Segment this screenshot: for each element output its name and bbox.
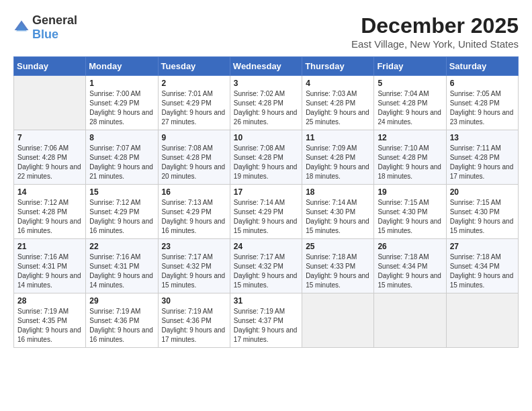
day-number: 1 [89, 79, 154, 88]
calendar-week-row: 7Sunrise: 7:06 AMSunset: 4:28 PMDaylight… [14, 130, 519, 185]
day-info: Sunrise: 7:19 AMSunset: 4:35 PMDaylight:… [17, 307, 82, 345]
day-number: 2 [162, 79, 226, 88]
calendar-cell: 13Sunrise: 7:11 AMSunset: 4:28 PMDayligh… [446, 130, 518, 185]
logo-blue: Blue [32, 28, 58, 41]
calendar-cell: 8Sunrise: 7:07 AMSunset: 4:28 PMDaylight… [86, 130, 158, 185]
header-sunday: Sunday [14, 57, 86, 76]
calendar-cell [302, 293, 374, 348]
calendar-cell: 16Sunrise: 7:13 AMSunset: 4:29 PMDayligh… [158, 185, 230, 239]
day-info: Sunrise: 7:05 AMSunset: 4:28 PMDaylight:… [450, 89, 515, 127]
title-area: December 2025 East Village, New York, Un… [351, 13, 519, 50]
calendar-cell [446, 293, 518, 348]
day-info: Sunrise: 7:16 AMSunset: 4:31 PMDaylight:… [17, 253, 82, 290]
calendar-cell: 9Sunrise: 7:08 AMSunset: 4:28 PMDaylight… [158, 130, 230, 185]
calendar-header-row: SundayMondayTuesdayWednesdayThursdayFrid… [14, 57, 519, 76]
calendar-cell: 29Sunrise: 7:19 AMSunset: 4:36 PMDayligh… [86, 293, 158, 348]
day-number: 16 [162, 187, 226, 197]
calendar-cell: 2Sunrise: 7:01 AMSunset: 4:29 PMDaylight… [158, 76, 230, 130]
calendar-cell: 24Sunrise: 7:17 AMSunset: 4:32 PMDayligh… [230, 239, 302, 293]
calendar-cell: 22Sunrise: 7:16 AMSunset: 4:31 PMDayligh… [86, 239, 158, 293]
day-info: Sunrise: 7:18 AMSunset: 4:33 PMDaylight:… [306, 253, 370, 290]
day-info: Sunrise: 7:14 AMSunset: 4:29 PMDaylight:… [234, 198, 298, 236]
day-info: Sunrise: 7:12 AMSunset: 4:29 PMDaylight:… [89, 198, 154, 236]
day-info: Sunrise: 7:09 AMSunset: 4:28 PMDaylight:… [306, 144, 370, 181]
day-number: 22 [89, 242, 154, 251]
calendar-cell: 7Sunrise: 7:06 AMSunset: 4:28 PMDaylight… [14, 130, 86, 185]
calendar-week-row: 1Sunrise: 7:00 AMSunset: 4:29 PMDaylight… [14, 76, 519, 130]
calendar-cell: 26Sunrise: 7:18 AMSunset: 4:34 PMDayligh… [374, 239, 446, 293]
calendar-cell: 28Sunrise: 7:19 AMSunset: 4:35 PMDayligh… [14, 293, 86, 348]
calendar-cell [374, 293, 446, 348]
day-number: 19 [378, 187, 442, 197]
day-number: 11 [306, 133, 370, 142]
day-number: 17 [234, 187, 298, 197]
day-number: 23 [162, 242, 226, 251]
calendar-cell: 12Sunrise: 7:10 AMSunset: 4:28 PMDayligh… [374, 130, 446, 185]
calendar-cell: 14Sunrise: 7:12 AMSunset: 4:28 PMDayligh… [14, 185, 86, 239]
day-info: Sunrise: 7:18 AMSunset: 4:34 PMDaylight:… [378, 253, 442, 290]
day-info: Sunrise: 7:00 AMSunset: 4:29 PMDaylight:… [89, 89, 154, 127]
day-info: Sunrise: 7:06 AMSunset: 4:28 PMDaylight:… [17, 144, 82, 181]
day-info: Sunrise: 7:02 AMSunset: 4:28 PMDaylight:… [234, 89, 298, 127]
day-number: 21 [17, 242, 82, 251]
day-number: 26 [378, 242, 442, 251]
calendar-cell: 17Sunrise: 7:14 AMSunset: 4:29 PMDayligh… [230, 185, 302, 239]
header-tuesday: Tuesday [158, 57, 230, 76]
day-number: 9 [162, 133, 226, 142]
calendar-cell: 6Sunrise: 7:05 AMSunset: 4:28 PMDaylight… [446, 76, 518, 130]
day-number: 30 [162, 296, 226, 306]
calendar-cell: 5Sunrise: 7:04 AMSunset: 4:28 PMDaylight… [374, 76, 446, 130]
calendar-cell: 10Sunrise: 7:08 AMSunset: 4:28 PMDayligh… [230, 130, 302, 185]
day-info: Sunrise: 7:14 AMSunset: 4:30 PMDaylight:… [306, 198, 370, 236]
day-info: Sunrise: 7:07 AMSunset: 4:28 PMDaylight:… [89, 144, 154, 181]
calendar-cell: 1Sunrise: 7:00 AMSunset: 4:29 PMDaylight… [86, 76, 158, 130]
day-info: Sunrise: 7:17 AMSunset: 4:32 PMDaylight:… [234, 253, 298, 290]
calendar-cell: 25Sunrise: 7:18 AMSunset: 4:33 PMDayligh… [302, 239, 374, 293]
day-number: 20 [450, 187, 515, 197]
day-number: 18 [306, 187, 370, 197]
day-number: 7 [17, 133, 82, 142]
day-number: 14 [17, 187, 82, 197]
day-number: 10 [234, 133, 298, 142]
day-number: 12 [378, 133, 442, 142]
logo: General Blue [13, 13, 77, 42]
calendar-cell: 30Sunrise: 7:19 AMSunset: 4:36 PMDayligh… [158, 293, 230, 348]
month-title: December 2025 [351, 13, 519, 38]
day-number: 31 [234, 296, 298, 306]
day-info: Sunrise: 7:01 AMSunset: 4:29 PMDaylight:… [162, 89, 226, 127]
day-info: Sunrise: 7:12 AMSunset: 4:28 PMDaylight:… [17, 198, 82, 236]
calendar-cell: 15Sunrise: 7:12 AMSunset: 4:29 PMDayligh… [86, 185, 158, 239]
day-info: Sunrise: 7:11 AMSunset: 4:28 PMDaylight:… [450, 144, 515, 181]
calendar-cell [14, 76, 86, 130]
calendar-cell: 21Sunrise: 7:16 AMSunset: 4:31 PMDayligh… [14, 239, 86, 293]
day-info: Sunrise: 7:16 AMSunset: 4:31 PMDaylight:… [89, 253, 154, 290]
day-number: 28 [17, 296, 82, 306]
day-number: 5 [378, 79, 442, 88]
calendar-week-row: 21Sunrise: 7:16 AMSunset: 4:31 PMDayligh… [14, 239, 519, 293]
calendar-cell: 11Sunrise: 7:09 AMSunset: 4:28 PMDayligh… [302, 130, 374, 185]
calendar-cell: 18Sunrise: 7:14 AMSunset: 4:30 PMDayligh… [302, 185, 374, 239]
calendar-cell: 20Sunrise: 7:15 AMSunset: 4:30 PMDayligh… [446, 185, 518, 239]
day-info: Sunrise: 7:08 AMSunset: 4:28 PMDaylight:… [234, 144, 298, 181]
calendar-cell: 27Sunrise: 7:18 AMSunset: 4:34 PMDayligh… [446, 239, 518, 293]
day-info: Sunrise: 7:08 AMSunset: 4:28 PMDaylight:… [162, 144, 226, 181]
calendar-cell: 23Sunrise: 7:17 AMSunset: 4:32 PMDayligh… [158, 239, 230, 293]
header-wednesday: Wednesday [230, 57, 302, 76]
day-info: Sunrise: 7:19 AMSunset: 4:36 PMDaylight:… [162, 307, 226, 345]
calendar-cell: 19Sunrise: 7:15 AMSunset: 4:30 PMDayligh… [374, 185, 446, 239]
day-number: 4 [306, 79, 370, 88]
day-number: 13 [450, 133, 515, 142]
day-info: Sunrise: 7:19 AMSunset: 4:36 PMDaylight:… [89, 307, 154, 345]
day-info: Sunrise: 7:10 AMSunset: 4:28 PMDaylight:… [378, 144, 442, 181]
calendar-week-row: 28Sunrise: 7:19 AMSunset: 4:35 PMDayligh… [14, 293, 519, 348]
header-friday: Friday [374, 57, 446, 76]
day-number: 6 [450, 79, 515, 88]
day-info: Sunrise: 7:15 AMSunset: 4:30 PMDaylight:… [378, 198, 442, 236]
calendar-cell: 4Sunrise: 7:03 AMSunset: 4:28 PMDaylight… [302, 76, 374, 130]
logo-text: General Blue [32, 13, 77, 42]
day-info: Sunrise: 7:03 AMSunset: 4:28 PMDaylight:… [306, 89, 370, 127]
day-number: 24 [234, 242, 298, 251]
day-info: Sunrise: 7:15 AMSunset: 4:30 PMDaylight:… [450, 198, 515, 236]
header-monday: Monday [86, 57, 158, 76]
day-info: Sunrise: 7:13 AMSunset: 4:29 PMDaylight:… [162, 198, 226, 236]
